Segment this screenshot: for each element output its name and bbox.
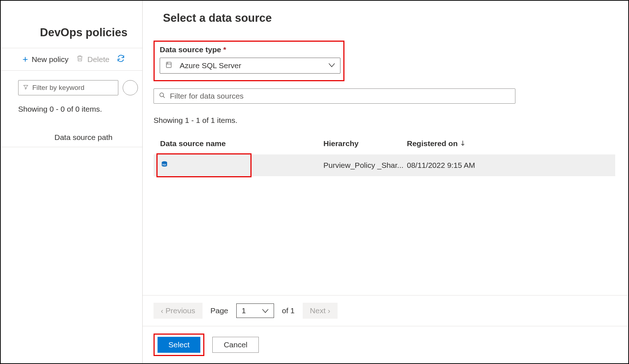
next-page-button[interactable]: Next › <box>303 303 338 319</box>
sql-server-icon: SQL <box>160 160 168 171</box>
datasource-table: Data source name Hierarchy Registered on… <box>154 139 615 176</box>
filter-icon <box>23 84 29 92</box>
toolbar: + New policy Delete <box>1 48 142 70</box>
filter-extra-button[interactable] <box>123 80 138 95</box>
filter-datasources-input[interactable]: Filter for data sources <box>154 88 515 104</box>
page-select[interactable]: 1 <box>236 303 274 318</box>
database-icon <box>165 61 172 70</box>
table-header: Data source name Hierarchy Registered on <box>154 139 615 154</box>
col-header-path: Data source path <box>1 113 142 147</box>
search-placeholder: Filter for data sources <box>170 92 244 100</box>
panel-title: Select a data source <box>154 9 615 25</box>
chevron-right-icon: › <box>328 306 330 315</box>
svg-text:SQL: SQL <box>162 163 167 165</box>
next-label: Next <box>310 306 326 315</box>
chevron-down-icon <box>262 306 269 315</box>
pagination: ‹ Previous Page 1 of 1 Next › <box>143 295 628 326</box>
row-name-highlight: SQL <box>156 153 252 177</box>
prev-page-button[interactable]: ‹ Previous <box>154 303 203 319</box>
showing-count: Showing 0 - 0 of 0 items. <box>1 95 142 113</box>
chevron-down-icon <box>328 62 335 69</box>
row-hierarchy: Purview_Policy _Shar... <box>323 161 407 170</box>
filter-keyword-input[interactable]: Filter by keyword <box>18 80 118 95</box>
select-button[interactable]: Select <box>158 337 200 353</box>
svg-point-1 <box>160 93 164 97</box>
search-icon <box>159 92 166 100</box>
dropdown-value: Azure SQL Server <box>180 61 321 70</box>
trash-icon <box>76 54 84 65</box>
select-highlight: Select <box>154 334 204 356</box>
col-header-registered[interactable]: Registered on <box>407 139 609 148</box>
filter-row: Filter by keyword <box>1 71 142 95</box>
refresh-icon[interactable] <box>117 54 125 65</box>
svg-rect-0 <box>166 62 171 67</box>
plus-icon: + <box>23 54 28 65</box>
page-value: 1 <box>242 306 255 315</box>
delete-label: Delete <box>87 55 110 64</box>
filter-placeholder: Filter by keyword <box>32 84 85 92</box>
panel-footer: Select Cancel <box>143 326 628 363</box>
new-policy-label: New policy <box>32 55 69 64</box>
required-marker: * <box>223 45 226 54</box>
page-title: DevOps policies <box>1 1 142 39</box>
page-label: Page <box>211 306 228 315</box>
table-row[interactable]: SQL Purview_Policy _Shar... 08/11/2022 9… <box>154 154 615 176</box>
row-registered: 08/11/2022 9:15 AM <box>407 161 609 170</box>
of-label: of 1 <box>282 306 295 315</box>
delete-button[interactable]: Delete <box>76 54 110 65</box>
col-header-name[interactable]: Data source name <box>160 139 323 148</box>
sort-desc-icon <box>461 139 465 148</box>
left-pane: DevOps policies + New policy Delete Filt… <box>1 1 142 363</box>
data-source-type-label: Data source type * <box>160 45 335 54</box>
cancel-button[interactable]: Cancel <box>212 337 258 353</box>
select-datasource-panel: Select a data source Data source type * … <box>142 1 628 363</box>
prev-label: Previous <box>166 306 195 315</box>
col-header-hierarchy[interactable]: Hierarchy <box>323 139 407 148</box>
data-source-type-dropdown[interactable]: Azure SQL Server <box>160 58 340 74</box>
data-source-type-block: Data source type * Azure SQL Server <box>154 41 344 81</box>
new-policy-button[interactable]: + New policy <box>23 54 69 65</box>
showing-count-panel: Showing 1 - 1 of 1 items. <box>154 116 615 125</box>
chevron-left-icon: ‹ <box>161 306 163 315</box>
